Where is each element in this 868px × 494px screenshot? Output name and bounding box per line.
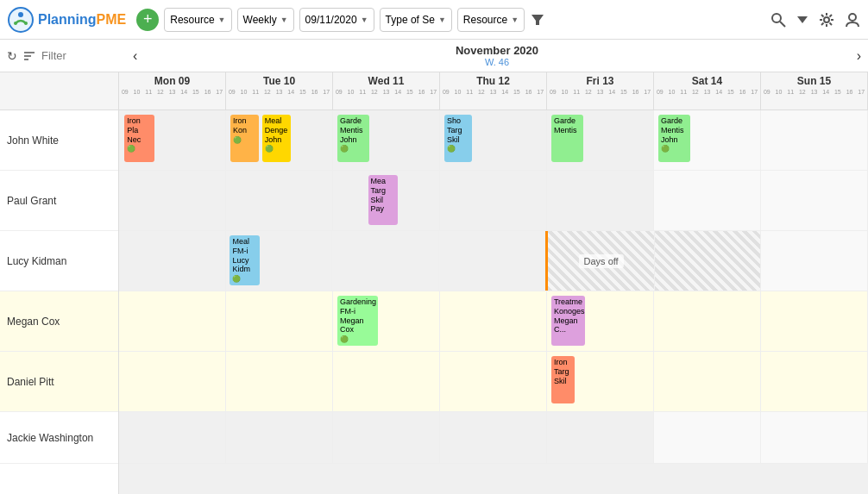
jackie-sat [654, 412, 761, 463]
day-name-wed: Wed 11 [333, 72, 439, 87]
resource-name-lucy: Lucy Kidman [7, 255, 66, 267]
day-col-tue: Tue 10 091011121314151617 [226, 72, 333, 109]
filter-button[interactable] [530, 12, 545, 28]
day-name-fri: Fri 13 [547, 72, 653, 87]
calendar-grid: Mon 09 091011121314151617 Tue 10 0910111… [119, 72, 868, 494]
megan-sat [654, 291, 761, 351]
lucy-tue: Meal FM-i Lucy Kidm 🟢 [226, 231, 333, 291]
chevron-down-icon: ▼ [438, 16, 446, 24]
john-event-sat-garde[interactable]: Garde Mentis John 🟢 [658, 115, 690, 162]
john-event-tue-iron[interactable]: Iron Kon 🟢 [230, 115, 259, 162]
paul-event-wed-meal[interactable]: Mea Targ Skil Pay [368, 175, 398, 225]
john-tue: Iron Kon 🟢 Meal Denge John 🟢 [226, 110, 333, 170]
header-right [770, 11, 861, 28]
weekly-dropdown[interactable]: Weekly ▼ [237, 8, 294, 32]
resource2-dropdown[interactable]: Resource ▼ [457, 8, 525, 32]
day-name-sun: Sun 15 [761, 72, 867, 87]
day-name-sat: Sat 14 [654, 72, 760, 87]
gear-icon [818, 11, 835, 28]
next-nav-button[interactable]: › [857, 48, 861, 64]
settings-button[interactable] [818, 11, 835, 28]
day-col-thu: Thu 12 091011121314151617 [440, 72, 547, 109]
john-event-mon-iron[interactable]: Iron Pla Nec 🟢 [124, 115, 154, 162]
john-event-fri-garde[interactable]: Garde Mentis [551, 115, 583, 162]
dropdown-arrow-icon [796, 13, 809, 27]
resource-row-jackie: Jackie Washington [0, 412, 118, 464]
day-name-mon: Mon 09 [119, 72, 225, 87]
day-hours-mon: 091011121314151617 [119, 87, 225, 97]
resource-row-lucy: Lucy Kidman [0, 231, 118, 291]
chevron-down-icon: ▼ [218, 16, 226, 24]
megan-wed: Gardening FM-i Megan Cox 🟢 [333, 291, 440, 351]
lucy-sun [761, 231, 868, 291]
megan-event-fri-treatment[interactable]: Treatme Konoges Megan C... [551, 296, 585, 346]
svg-marker-4 [531, 15, 544, 25]
jackie-thu [440, 412, 547, 463]
sort-icon [22, 49, 36, 63]
lucy-thu [439, 231, 546, 291]
resource-column: John White Paul Grant Lucy Kidman Megan … [0, 72, 119, 494]
filter-controls: ↻ Filter [7, 49, 126, 63]
day-hours-thu: 091011121314151617 [440, 87, 546, 97]
add-button[interactable]: + [136, 9, 159, 31]
chevron-down-icon: ▼ [280, 16, 288, 24]
jackie-sun [761, 412, 868, 463]
resource-row-megan: Megan Cox [0, 291, 118, 352]
calendar-month: November 2020 [456, 44, 538, 57]
cal-row-john: Iron Pla Nec 🟢 Iron Kon 🟢 Meal Denge [119, 110, 868, 171]
paul-mon [119, 171, 226, 230]
dropdown-arrow-button[interactable] [796, 13, 809, 27]
resource-dropdown[interactable]: Resource ▼ [164, 8, 231, 32]
svg-point-3 [24, 22, 28, 25]
jackie-wed [333, 412, 440, 463]
svg-point-9 [849, 14, 856, 21]
daniel-mon [119, 352, 226, 411]
resource-dropdown-label: Resource [170, 14, 214, 26]
day-col-wed: Wed 11 091011121314151617 [333, 72, 440, 109]
lucy-wed [332, 231, 439, 291]
day-col-sat: Sat 14 091011121314151617 [654, 72, 761, 109]
day-name-tue: Tue 10 [226, 72, 332, 87]
prev-nav-button[interactable]: ‹ [133, 48, 137, 64]
calendar-navigation: November 2020 W. 46 [144, 44, 849, 67]
john-thu: Sho Targ Skil 🟢 [440, 110, 547, 170]
megan-event-wed-gardening[interactable]: Gardening FM-i Megan Cox 🟢 [337, 296, 378, 346]
cal-row-paul: Mea Targ Skil Pay [119, 171, 868, 231]
paul-fri [547, 171, 654, 230]
john-sun [761, 110, 868, 170]
daniel-event-fri-iron[interactable]: Iron Targ Skil [551, 356, 575, 403]
resource-name-john: John White [7, 134, 59, 147]
megan-fri: Treatme Konoges Megan C... [547, 291, 654, 351]
jackie-mon [119, 412, 226, 463]
type-dropdown[interactable]: Type of Se ▼ [380, 8, 452, 32]
date-dropdown[interactable]: 09/11/2020 ▼ [299, 8, 374, 32]
refresh-button[interactable]: ↻ [7, 49, 17, 63]
paul-sun [761, 171, 868, 230]
resource-name-daniel: Daniel Pitt [7, 376, 54, 388]
calendar-week: W. 46 [485, 57, 509, 67]
megan-mon [119, 291, 226, 351]
resource-column-header [0, 72, 118, 110]
logo: PlanningPME [7, 6, 126, 34]
lucy-event-tue-meal[interactable]: Meal FM-i Lucy Kidm 🟢 [230, 235, 259, 285]
day-hours-sat: 091011121314151617 [654, 87, 760, 97]
chevron-down-icon: ▼ [511, 16, 519, 24]
john-event-wed-garde[interactable]: Garde Mentis John 🟢 [337, 115, 369, 162]
main-content: John White Paul Grant Lucy Kidman Megan … [0, 72, 868, 494]
resource-name-paul: Paul Grant [7, 195, 56, 207]
svg-point-2 [14, 22, 17, 25]
paul-thu [440, 171, 547, 230]
megan-thu [440, 291, 547, 351]
jackie-tue [226, 412, 333, 463]
day-hours-sun: 091011121314151617 [761, 87, 867, 97]
john-event-tue-meal[interactable]: Meal Denge John 🟢 [262, 115, 291, 162]
sub-header: ↻ Filter ‹ November 2020 W. 46 › [0, 40, 868, 72]
user-button[interactable] [844, 11, 861, 28]
search-button[interactable] [770, 11, 787, 28]
day-col-fri: Fri 13 091011121314151617 [547, 72, 654, 109]
day-hours-tue: 091011121314151617 [226, 87, 332, 97]
daniel-tue [226, 352, 333, 411]
calendar-rows: Iron Pla Nec 🟢 Iron Kon 🟢 Meal Denge [119, 110, 868, 464]
cal-row-jackie [119, 412, 868, 464]
john-event-thu-sho[interactable]: Sho Targ Skil 🟢 [444, 115, 472, 162]
